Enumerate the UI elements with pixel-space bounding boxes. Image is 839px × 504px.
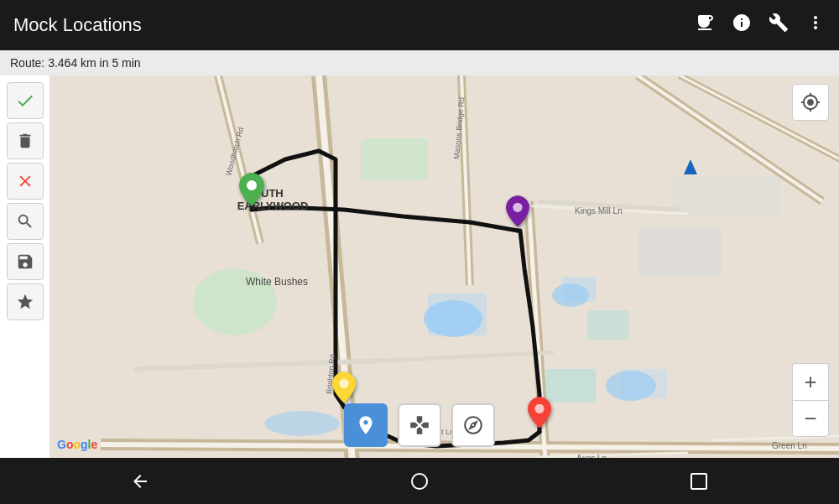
bottom-navigation — [0, 458, 839, 504]
svg-rect-3 — [545, 369, 596, 403]
gamepad-button[interactable] — [398, 403, 441, 447]
top-bar: Mock Locations — [0, 0, 839, 50]
favorites-button[interactable] — [7, 283, 44, 320]
svg-rect-2 — [361, 138, 428, 180]
svg-rect-5 — [638, 226, 722, 277]
svg-point-10 — [424, 300, 482, 337]
waypoint-pin[interactable] — [506, 195, 529, 231]
zoom-in-button[interactable]: + — [792, 363, 829, 400]
recents-button[interactable] — [674, 465, 724, 498]
svg-text:White Bushes: White Bushes — [246, 276, 308, 288]
svg-text:Kings Mill Ln: Kings Mill Ln — [575, 206, 623, 216]
svg-point-47 — [339, 379, 348, 388]
info-icon[interactable] — [732, 13, 752, 38]
clear-button[interactable] — [7, 163, 44, 200]
svg-point-48 — [534, 404, 544, 413]
route-info-bar: Route: 3.464 km in 5 min — [0, 50, 839, 75]
map-type-button[interactable] — [344, 403, 388, 447]
confirm-button[interactable] — [7, 82, 44, 119]
settings-icon[interactable] — [769, 13, 789, 38]
home-button[interactable] — [394, 465, 445, 498]
map-area[interactable]: SOUTH EARLYWOOD White Bushes Salfords Ax… — [50, 75, 839, 458]
route-text: Route: 3.464 km in 5 min — [10, 56, 141, 70]
search-button[interactable] — [7, 203, 44, 240]
end-pin[interactable] — [528, 397, 551, 432]
svg-point-46 — [513, 203, 522, 212]
more-options-icon[interactable] — [805, 13, 826, 38]
map-bottom-buttons — [344, 403, 495, 447]
location-button[interactable] — [792, 84, 829, 121]
svg-rect-50 — [691, 474, 706, 489]
zoom-controls: + − — [792, 363, 829, 437]
svg-point-45 — [247, 180, 257, 190]
svg-point-11 — [552, 283, 589, 307]
app-title: Mock Locations — [13, 14, 142, 36]
svg-text:Green Ln: Green Ln — [772, 441, 807, 450]
zoom-out-button[interactable]: − — [792, 400, 829, 437]
svg-point-13 — [264, 411, 340, 436]
svg-point-49 — [412, 474, 427, 489]
delete-button[interactable] — [7, 122, 44, 159]
topbar-icons — [695, 13, 826, 38]
sidebar — [0, 75, 50, 458]
google-logo: Google — [57, 438, 97, 451]
start-pin[interactable] — [239, 173, 264, 210]
back-button[interactable] — [115, 465, 165, 498]
waypoint2-pin[interactable] — [332, 372, 356, 407]
svg-rect-4 — [587, 310, 629, 340]
svg-rect-6 — [671, 176, 780, 218]
save-button[interactable] — [7, 243, 44, 280]
map-svg: SOUTH EARLYWOOD White Bushes Salfords Ax… — [50, 75, 839, 458]
coffee-icon[interactable] — [695, 13, 715, 38]
svg-point-12 — [606, 371, 656, 401]
compass-button[interactable] — [451, 403, 495, 447]
